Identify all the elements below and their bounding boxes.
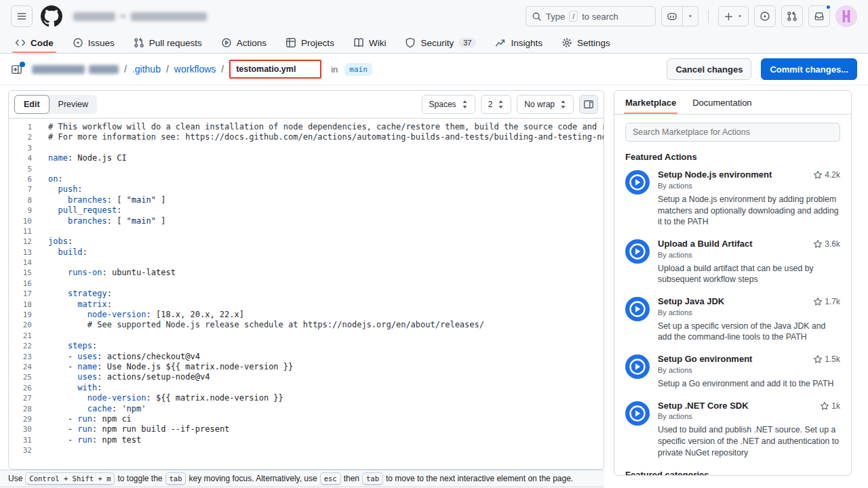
code-line[interactable]: 24 - name: Use Node.js ${{ matrix.node-v… [9,362,604,372]
line-number: 18 [9,300,32,310]
issues-dashboard-button[interactable] [754,5,776,27]
breadcrumb-github-dir[interactable]: .github [132,64,161,75]
code-line[interactable]: 8 branches: [ "main" ] [9,195,604,205]
code-line[interactable]: 26 with: [9,383,604,393]
marketplace-action-item[interactable]: Setup Java JDKBy actions1.7kSet up a spe… [625,297,840,343]
create-new-button[interactable] [718,6,749,26]
indent-size-select[interactable]: 2 [481,95,512,114]
code-line[interactable]: 31 - run: npm test [9,435,604,445]
breadcrumb-workflows-dir[interactable]: workflows [174,64,216,75]
code-line[interactable]: 28 cache: 'npm' [9,404,604,414]
hamburger-menu-button[interactable] [11,5,33,27]
code-line[interactable]: 12jobs: [9,237,604,247]
action-description: Upload a build artifact that can be used… [658,263,840,285]
code-line[interactable]: 22 steps: [9,341,604,351]
code-line[interactable]: 13 build: [9,247,604,258]
blurred-owner-link[interactable] [32,65,85,74]
action-title[interactable]: Setup Go environment [658,354,808,365]
code-line[interactable]: 17 strategy: [9,289,604,299]
marketplace-action-item[interactable]: Setup Go environmentBy actions1.5kSetup … [625,354,840,390]
panel-toggle-icon [583,99,594,110]
copilot-dropdown-button[interactable] [683,7,698,26]
repo-tab-insights[interactable]: Insights [486,33,552,53]
code-line[interactable]: 30 - run: npm run build --if-present [9,424,604,434]
pull-requests-dashboard-button[interactable] [781,5,803,27]
graph-icon [495,37,506,48]
repo-tab-pull-requests[interactable]: Pull requests [124,33,212,53]
code-line[interactable]: 32 [9,445,604,455]
code-line[interactable]: 16 [9,279,604,289]
code-line[interactable]: 3 [9,143,604,153]
top-navigation: Type / to search [0,0,868,54]
code-line[interactable]: 23 - uses: actions/checkout@v4 [9,352,604,362]
wrap-mode-select[interactable]: No wrap [517,95,574,114]
repo-tab-issues[interactable]: Issues [63,33,124,53]
line-number: 10 [9,216,32,226]
code-line[interactable]: 14 [9,258,604,268]
code-line[interactable]: 4name: Node.js CI [9,153,604,163]
collapse-sidebar-button[interactable] [11,64,22,75]
global-search-input[interactable]: Type / to search [526,6,656,26]
code-line[interactable]: 29 - run: npm ci [9,414,604,424]
repo-tab-projects[interactable]: Projects [276,33,344,53]
action-description: Setup a Node.js environment by adding pr… [658,194,840,228]
blurred-repo-link[interactable] [89,65,119,74]
code-line-text: pull_request: [32,205,604,216]
search-placeholder-text: Type [546,12,565,22]
branch-badge[interactable]: main [344,63,372,76]
line-number: 13 [9,247,32,258]
code-editor-content[interactable]: 1# This workflow will do a clean install… [9,119,604,469]
marketplace-action-item[interactable]: Upload a Build ArtifactBy actions3.6kUpl… [625,239,840,285]
tab-documentation[interactable]: Documentation [692,91,751,114]
code-line[interactable]: 11 [9,226,604,237]
code-line[interactable]: 20 # See supported Node.js release sched… [9,320,604,330]
github-logo[interactable] [41,5,62,27]
indent-mode-select[interactable]: Spaces [422,95,475,114]
cancel-changes-button[interactable]: Cancel changes [667,58,751,80]
user-avatar[interactable] [835,5,857,27]
breadcrumb-separator: / [165,64,170,75]
code-line[interactable]: 15 runs-on: ubuntu-latest [9,268,604,278]
tab-marketplace[interactable]: Marketplace [625,91,676,114]
repo-tab-security[interactable]: Security37 [395,33,486,53]
marketplace-search-input[interactable] [625,123,840,142]
action-title[interactable]: Setup .NET Core SDK [658,401,814,411]
code-line[interactable]: 6on: [9,174,604,184]
code-line-text: - uses: actions/checkout@v4 [32,352,604,362]
line-number: 12 [9,237,32,247]
code-line[interactable]: 27 node-version: ${{ matrix.node-version… [9,393,604,403]
wrap-mode-value: No wrap [524,100,555,109]
repo-tab-code[interactable]: Code [5,33,63,53]
copilot-button-group[interactable] [661,6,698,26]
action-title[interactable]: Setup Java JDK [658,297,808,307]
marketplace-action-item[interactable]: Setup Node.js environmentBy actions4.2kS… [625,170,840,228]
code-line-text: runs-on: ubuntu-latest [32,268,604,278]
copilot-button[interactable] [662,7,683,26]
code-line[interactable]: 18 matrix: [9,300,604,310]
code-line[interactable]: 19 node-version: [18.x, 20.x, 22.x] [9,310,604,320]
code-line[interactable]: 7 push: [9,184,604,195]
preview-tab[interactable]: Preview [50,95,97,114]
code-line[interactable]: 10 branches: [ "main" ] [9,216,604,226]
marketplace-action-item[interactable]: Setup .NET Core SDKBy actions1kUsed to b… [625,401,840,459]
code-line[interactable]: 5 [9,164,604,174]
code-line[interactable]: 9 pull_request: [9,205,604,216]
inbox-button[interactable] [808,5,830,27]
repo-tab-settings[interactable]: Settings [552,33,620,53]
code-line[interactable]: 25 uses: actions/setup-node@v4 [9,372,604,382]
repo-tab-actions[interactable]: Actions [212,33,276,53]
repo-tab-wiki[interactable]: Wiki [344,33,396,53]
kbd-shortcut: tab [362,472,383,485]
blurred-repo-name [131,12,207,21]
action-title[interactable]: Upload a Build Artifact [658,239,808,249]
edit-tab[interactable]: Edit [14,95,50,114]
kbd-shortcut: esc [320,472,341,485]
action-title[interactable]: Setup Node.js environment [658,170,808,180]
repo-tab-label: Issues [88,38,115,48]
code-line[interactable]: 21 [9,331,604,341]
code-line[interactable]: 2# For more information see: https://doc… [9,132,604,142]
commit-changes-button[interactable]: Commit changes... [761,58,857,80]
toggle-marketplace-panel-button[interactable] [579,95,598,114]
filename-input[interactable] [229,60,321,79]
code-line[interactable]: 1# This workflow will do a clean install… [9,122,604,132]
